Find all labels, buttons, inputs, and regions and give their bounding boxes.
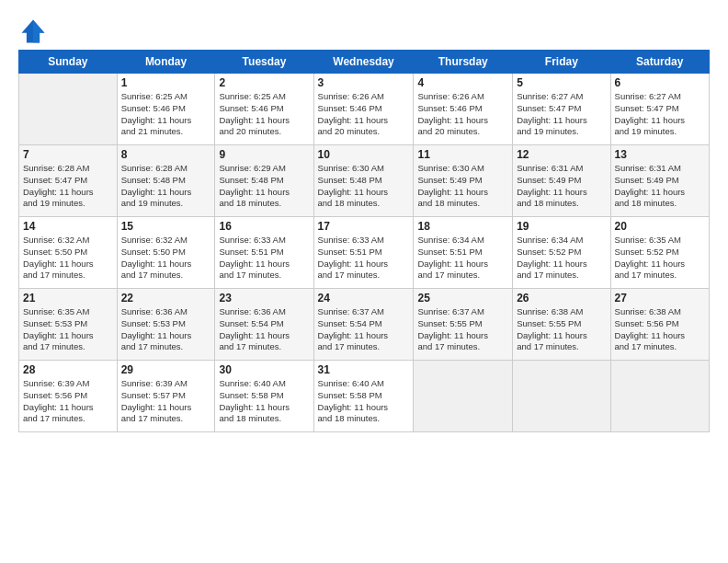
day-number: 27 xyxy=(615,292,705,304)
day-number: 28 xyxy=(23,363,113,376)
calendar-cell: 29Sunrise: 6:39 AM Sunset: 5:57 PM Dayli… xyxy=(117,361,215,432)
day-number: 2 xyxy=(219,76,309,89)
day-number: 25 xyxy=(417,292,508,304)
day-number: 17 xyxy=(318,220,410,233)
calendar-cell: 23Sunrise: 6:36 AM Sunset: 5:54 PM Dayli… xyxy=(215,289,313,361)
calendar-cell: 4Sunrise: 6:26 AM Sunset: 5:46 PM Daylig… xyxy=(414,74,513,145)
day-info: Sunrise: 6:34 AM Sunset: 5:51 PM Dayligh… xyxy=(417,235,508,282)
calendar-cell: 8Sunrise: 6:28 AM Sunset: 5:48 PM Daylig… xyxy=(117,145,215,217)
day-info: Sunrise: 6:32 AM Sunset: 5:50 PM Dayligh… xyxy=(121,235,211,282)
day-info: Sunrise: 6:26 AM Sunset: 5:46 PM Dayligh… xyxy=(318,91,410,138)
calendar-cell xyxy=(610,361,709,432)
calendar-cell: 19Sunrise: 6:34 AM Sunset: 5:52 PM Dayli… xyxy=(513,217,610,289)
page: SundayMondayTuesdayWednesdayThursdayFrid… xyxy=(0,0,728,563)
calendar-header: SundayMondayTuesdayWednesdayThursdayFrid… xyxy=(19,51,710,74)
day-info: Sunrise: 6:27 AM Sunset: 5:47 PM Dayligh… xyxy=(615,91,705,138)
day-info: Sunrise: 6:36 AM Sunset: 5:53 PM Dayligh… xyxy=(121,306,211,353)
day-number: 20 xyxy=(615,220,705,233)
calendar-row: 1Sunrise: 6:25 AM Sunset: 5:46 PM Daylig… xyxy=(19,74,710,145)
day-number: 11 xyxy=(417,148,508,161)
day-info: Sunrise: 6:27 AM Sunset: 5:47 PM Dayligh… xyxy=(517,91,606,138)
calendar-cell: 9Sunrise: 6:29 AM Sunset: 5:48 PM Daylig… xyxy=(215,145,313,217)
day-number: 1 xyxy=(121,76,211,89)
day-number: 10 xyxy=(318,148,410,161)
calendar-cell: 26Sunrise: 6:38 AM Sunset: 5:55 PM Dayli… xyxy=(513,289,610,361)
header-row: SundayMondayTuesdayWednesdayThursdayFrid… xyxy=(19,51,710,74)
day-number: 7 xyxy=(23,148,113,161)
day-info: Sunrise: 6:35 AM Sunset: 5:52 PM Dayligh… xyxy=(615,235,705,282)
calendar-cell: 27Sunrise: 6:38 AM Sunset: 5:56 PM Dayli… xyxy=(610,289,709,361)
day-number: 13 xyxy=(615,148,705,161)
day-info: Sunrise: 6:37 AM Sunset: 5:55 PM Dayligh… xyxy=(417,306,508,353)
svg-marker-1 xyxy=(33,20,44,43)
day-number: 23 xyxy=(219,292,309,304)
day-number: 21 xyxy=(23,292,113,304)
day-number: 22 xyxy=(121,292,211,304)
day-info: Sunrise: 6:39 AM Sunset: 5:56 PM Dayligh… xyxy=(23,378,113,425)
calendar-cell: 7Sunrise: 6:28 AM Sunset: 5:47 PM Daylig… xyxy=(19,145,118,217)
day-number: 19 xyxy=(517,220,606,233)
calendar-cell: 14Sunrise: 6:32 AM Sunset: 5:50 PM Dayli… xyxy=(19,217,118,289)
calendar-cell: 3Sunrise: 6:26 AM Sunset: 5:46 PM Daylig… xyxy=(313,74,414,145)
calendar-cell: 21Sunrise: 6:35 AM Sunset: 5:53 PM Dayli… xyxy=(19,289,118,361)
calendar-cell: 25Sunrise: 6:37 AM Sunset: 5:55 PM Dayli… xyxy=(414,289,513,361)
day-info: Sunrise: 6:35 AM Sunset: 5:53 PM Dayligh… xyxy=(23,306,113,353)
calendar-cell: 15Sunrise: 6:32 AM Sunset: 5:50 PM Dayli… xyxy=(117,217,215,289)
calendar-cell: 11Sunrise: 6:30 AM Sunset: 5:49 PM Dayli… xyxy=(414,145,513,217)
calendar-cell: 20Sunrise: 6:35 AM Sunset: 5:52 PM Dayli… xyxy=(610,217,709,289)
header-day: Saturday xyxy=(610,51,709,74)
day-info: Sunrise: 6:31 AM Sunset: 5:49 PM Dayligh… xyxy=(517,163,606,210)
calendar-cell: 31Sunrise: 6:40 AM Sunset: 5:58 PM Dayli… xyxy=(313,361,414,432)
day-info: Sunrise: 6:28 AM Sunset: 5:47 PM Dayligh… xyxy=(23,163,113,210)
calendar-cell: 17Sunrise: 6:33 AM Sunset: 5:51 PM Dayli… xyxy=(313,217,414,289)
calendar-row: 21Sunrise: 6:35 AM Sunset: 5:53 PM Dayli… xyxy=(19,289,710,361)
day-info: Sunrise: 6:34 AM Sunset: 5:52 PM Dayligh… xyxy=(517,235,606,282)
day-info: Sunrise: 6:39 AM Sunset: 5:57 PM Dayligh… xyxy=(121,378,211,425)
day-info: Sunrise: 6:26 AM Sunset: 5:46 PM Dayligh… xyxy=(417,91,508,138)
day-info: Sunrise: 6:32 AM Sunset: 5:50 PM Dayligh… xyxy=(23,235,113,282)
calendar-cell: 24Sunrise: 6:37 AM Sunset: 5:54 PM Dayli… xyxy=(313,289,414,361)
header-day: Thursday xyxy=(414,51,513,74)
day-info: Sunrise: 6:29 AM Sunset: 5:48 PM Dayligh… xyxy=(219,163,309,210)
calendar-cell: 1Sunrise: 6:25 AM Sunset: 5:46 PM Daylig… xyxy=(117,74,215,145)
header-day: Friday xyxy=(513,51,610,74)
calendar-cell: 30Sunrise: 6:40 AM Sunset: 5:58 PM Dayli… xyxy=(215,361,313,432)
day-info: Sunrise: 6:25 AM Sunset: 5:46 PM Dayligh… xyxy=(219,91,309,138)
calendar-cell: 22Sunrise: 6:36 AM Sunset: 5:53 PM Dayli… xyxy=(117,289,215,361)
calendar-cell: 18Sunrise: 6:34 AM Sunset: 5:51 PM Dayli… xyxy=(414,217,513,289)
day-number: 9 xyxy=(219,148,309,161)
header-day: Monday xyxy=(117,51,215,74)
calendar-cell xyxy=(513,361,610,432)
calendar-cell: 10Sunrise: 6:30 AM Sunset: 5:48 PM Dayli… xyxy=(313,145,414,217)
day-info: Sunrise: 6:40 AM Sunset: 5:58 PM Dayligh… xyxy=(318,378,410,425)
day-info: Sunrise: 6:37 AM Sunset: 5:54 PM Dayligh… xyxy=(318,306,410,353)
header xyxy=(18,17,710,46)
logo xyxy=(18,17,51,46)
day-info: Sunrise: 6:25 AM Sunset: 5:46 PM Dayligh… xyxy=(121,91,211,138)
day-number: 31 xyxy=(318,363,410,376)
day-number: 18 xyxy=(417,220,508,233)
day-number: 5 xyxy=(517,76,606,89)
calendar-cell: 16Sunrise: 6:33 AM Sunset: 5:51 PM Dayli… xyxy=(215,217,313,289)
calendar-row: 7Sunrise: 6:28 AM Sunset: 5:47 PM Daylig… xyxy=(19,145,710,217)
calendar-cell xyxy=(414,361,513,432)
day-number: 15 xyxy=(121,220,211,233)
day-number: 24 xyxy=(318,292,410,304)
day-number: 12 xyxy=(517,148,606,161)
day-number: 3 xyxy=(318,76,410,89)
calendar-cell: 28Sunrise: 6:39 AM Sunset: 5:56 PM Dayli… xyxy=(19,361,118,432)
day-number: 26 xyxy=(517,292,606,304)
header-day: Sunday xyxy=(19,51,118,74)
calendar-row: 28Sunrise: 6:39 AM Sunset: 5:56 PM Dayli… xyxy=(19,361,710,432)
calendar-cell xyxy=(19,74,118,145)
day-info: Sunrise: 6:30 AM Sunset: 5:48 PM Dayligh… xyxy=(318,163,410,210)
calendar-row: 14Sunrise: 6:32 AM Sunset: 5:50 PM Dayli… xyxy=(19,217,710,289)
day-info: Sunrise: 6:33 AM Sunset: 5:51 PM Dayligh… xyxy=(219,235,309,282)
day-info: Sunrise: 6:33 AM Sunset: 5:51 PM Dayligh… xyxy=(318,235,410,282)
day-info: Sunrise: 6:31 AM Sunset: 5:49 PM Dayligh… xyxy=(615,163,705,210)
day-number: 14 xyxy=(23,220,113,233)
day-number: 8 xyxy=(121,148,211,161)
calendar-cell: 12Sunrise: 6:31 AM Sunset: 5:49 PM Dayli… xyxy=(513,145,610,217)
day-number: 6 xyxy=(615,76,705,89)
calendar-body: 1Sunrise: 6:25 AM Sunset: 5:46 PM Daylig… xyxy=(19,74,710,432)
